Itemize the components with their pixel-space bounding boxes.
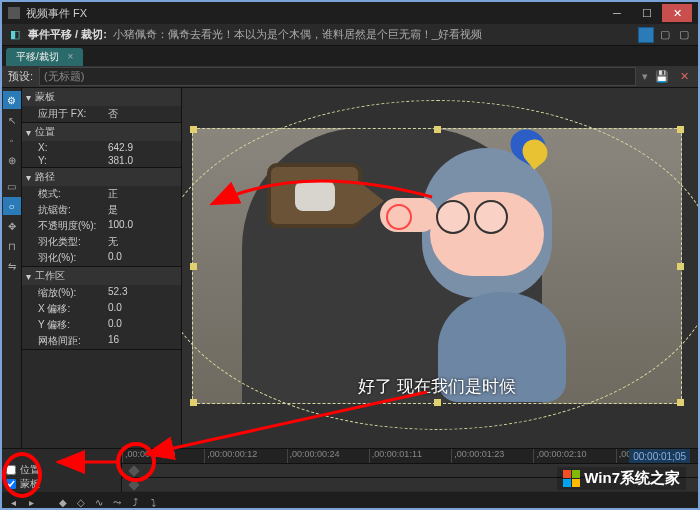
tool-anchor[interactable]: ◦ [3, 131, 21, 149]
track-mask-label[interactable]: 蒙板 [2, 477, 121, 491]
track-position-checkbox[interactable] [6, 465, 16, 475]
tool-move[interactable]: ✥ [3, 217, 21, 235]
tl-curve-2-button[interactable]: ⤳ [110, 495, 124, 509]
minimize-button[interactable]: ─ [602, 4, 632, 22]
prop-x-value[interactable]: 642.9 [108, 142, 133, 153]
tl-curve-3-button[interactable]: ⤴ [128, 495, 142, 509]
window-title: 视频事件 FX [26, 6, 87, 21]
video-subtitle: 好了 现在我们是时候 [192, 375, 682, 398]
tl-curve-4-button[interactable]: ⤵ [146, 495, 160, 509]
prop-mode-value[interactable]: 正 [108, 187, 118, 201]
properties-panel: ▾ 蒙板 应用于 FX:否 ▾ 位置 X:642.9 Y:381.0 ▾ 路径 … [22, 88, 182, 448]
prop-yoff-label: Y 偏移: [38, 318, 108, 332]
prop-applyfx-value[interactable]: 否 [108, 107, 118, 121]
section-workarea-header[interactable]: ▾ 工作区 [22, 267, 181, 285]
prop-aa-value[interactable]: 是 [108, 203, 118, 217]
preset-dropdown-arrow-icon[interactable]: ▾ [642, 70, 648, 83]
prop-x-label: X: [38, 142, 108, 153]
track-position-label[interactable]: 位置 [2, 463, 121, 477]
ruler-tick: ,00:00:00;00 [122, 449, 204, 463]
header-action-1[interactable] [638, 27, 654, 43]
tool-settings[interactable]: ⚙ [3, 91, 21, 109]
prop-opacity-label: 不透明度(%): [38, 219, 108, 233]
tl-next-button[interactable]: ▸ [24, 495, 38, 509]
windows-logo-icon [563, 470, 580, 487]
preset-dropdown[interactable]: (无标题) [39, 67, 636, 86]
character-graphic [422, 148, 552, 298]
ruler-tick: ,00:00:01:11 [369, 449, 451, 463]
header-action-2[interactable]: ▢ [657, 27, 673, 43]
prop-applyfx-label: 应用于 FX: [38, 107, 108, 121]
maximize-button[interactable]: ☐ [632, 4, 662, 22]
timeline-track-labels: 位置 蒙板 [2, 449, 122, 493]
tab-label: 平移/裁切 [16, 51, 59, 62]
keyframe[interactable] [128, 465, 139, 476]
fx-tab-bar: 平移/裁切 × [2, 46, 698, 66]
header-action-3[interactable]: ▢ [676, 27, 692, 43]
tool-rect[interactable]: ▭ [3, 177, 21, 195]
ruler-tick: ,00:00:00:12 [204, 449, 286, 463]
sign-graphic [267, 163, 362, 228]
ruler-tick: ,00:00:02:10 [533, 449, 615, 463]
save-preset-button[interactable]: 💾 [654, 69, 670, 85]
prop-featheramt-label: 羽化(%): [38, 251, 108, 265]
prop-mode-label: 模式: [38, 187, 108, 201]
timeline-ruler[interactable]: ,00:00:00;00 ,00:00:00:12 ,00:00:00:24 ,… [122, 449, 698, 463]
prop-zoom-value[interactable]: 52.3 [108, 286, 127, 300]
close-button[interactable]: ✕ [662, 4, 692, 22]
prop-featheramt-value[interactable]: 0.0 [108, 251, 122, 265]
preset-value: (无标题) [44, 70, 84, 82]
timeline-toolbar: ◂ ▸ ◆ ◇ ∿ ⤳ ⤴ ⤵ [2, 492, 698, 510]
prop-grid-label: 网格间距: [38, 334, 108, 348]
prop-yoff-value[interactable]: 0.0 [108, 318, 122, 332]
timecode-display[interactable]: 00:00:01;05 [629, 449, 690, 463]
section-path-header[interactable]: ▾ 路径 [22, 168, 181, 186]
app-icon [8, 7, 20, 19]
preset-bar: 预设: (无标题) ▾ 💾 ✕ [2, 66, 698, 88]
preset-label: 预设: [8, 69, 33, 84]
tl-curve-1-button[interactable]: ∿ [92, 495, 106, 509]
tl-del-key-button[interactable]: ◇ [74, 495, 88, 509]
watermark-text: Win7系统之家 [584, 469, 680, 488]
prop-opacity-value[interactable]: 100.0 [108, 219, 133, 233]
preview-viewport[interactable]: 好了 现在我们是时候 [182, 88, 698, 448]
prop-feather-value[interactable]: 无 [108, 235, 118, 249]
ruler-tick: ,00:00:01:23 [451, 449, 533, 463]
prop-y-label: Y: [38, 155, 108, 166]
ruler-tick: ,00:00:00:24 [287, 449, 369, 463]
prop-zoom-label: 缩放(%): [38, 286, 108, 300]
tl-add-key-button[interactable]: ◆ [56, 495, 70, 509]
prop-xoff-label: X 偏移: [38, 302, 108, 316]
tool-flip-h[interactable]: ⇋ [3, 257, 21, 275]
tl-prev-button[interactable]: ◂ [6, 495, 20, 509]
prop-xoff-value[interactable]: 0.0 [108, 302, 122, 316]
section-position-header[interactable]: ▾ 位置 [22, 123, 181, 141]
prop-aa-label: 抗锯齿: [38, 203, 108, 217]
prop-y-value[interactable]: 381.0 [108, 155, 133, 166]
track-mask-checkbox[interactable] [6, 479, 16, 489]
tab-close-icon[interactable]: × [68, 51, 74, 62]
tool-ellipse[interactable]: ○ [3, 197, 21, 215]
tool-strip: ⚙ ↖ ◦ ⊕ ▭ ○ ✥ ⊓ ⇋ [2, 88, 22, 448]
video-frame: 好了 现在我们是时候 [192, 128, 682, 404]
tool-magnet[interactable]: ⊓ [3, 237, 21, 255]
prop-feather-label: 羽化类型: [38, 235, 108, 249]
window-titlebar: 视频事件 FX ─ ☐ ✕ [2, 2, 698, 24]
event-description: 小猪佩奇：佩奇去看光！本以为是个木偶，谁料居然是个巨无霸！_好看视频 [113, 27, 632, 42]
prop-grid-value[interactable]: 16 [108, 334, 119, 348]
watermark: Win7系统之家 [557, 467, 686, 490]
delete-preset-button[interactable]: ✕ [676, 69, 692, 85]
tab-pan-crop[interactable]: 平移/裁切 × [6, 48, 83, 66]
tool-zoom[interactable]: ⊕ [3, 151, 21, 169]
section-mask-header[interactable]: ▾ 蒙板 [22, 88, 181, 106]
event-label: 事件平移 / 裁切: [28, 27, 107, 42]
main-area: ⚙ ↖ ◦ ⊕ ▭ ○ ✥ ⊓ ⇋ ▾ 蒙板 应用于 FX:否 ▾ 位置 X:6… [2, 88, 698, 448]
pan-crop-icon: ◧ [8, 28, 22, 42]
keyframe[interactable] [128, 479, 139, 490]
tool-arrow[interactable]: ↖ [3, 111, 21, 129]
event-header-bar: ◧ 事件平移 / 裁切: 小猪佩奇：佩奇去看光！本以为是个木偶，谁料居然是个巨无… [2, 24, 698, 46]
